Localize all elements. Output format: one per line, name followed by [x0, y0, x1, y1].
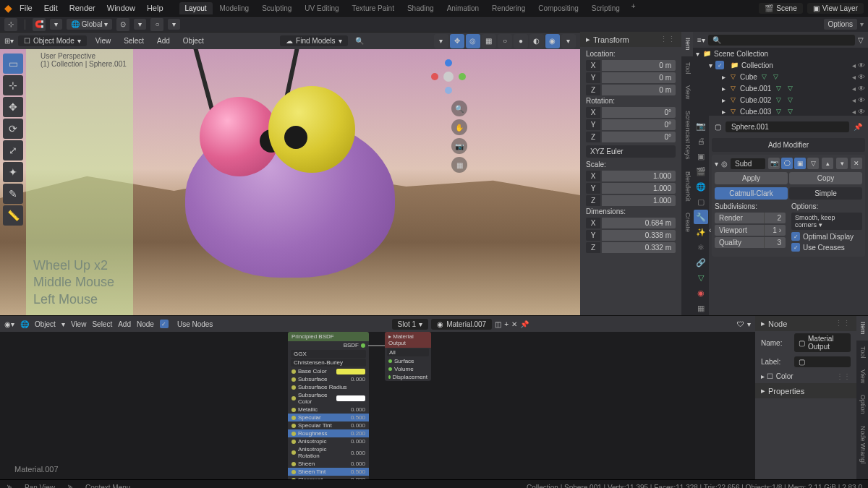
use-creases-checkbox[interactable]: ✓Use Creases: [791, 243, 862, 252]
shader-type-icon[interactable]: 🌐: [20, 320, 29, 328]
pan-icon[interactable]: ✋: [451, 119, 467, 135]
quality-field[interactable]: 3: [764, 237, 786, 248]
mod-viewport-toggle[interactable]: 🖵: [781, 158, 793, 169]
prop-tab-output[interactable]: 🖨: [694, 134, 708, 148]
editor-type-icon[interactable]: ⊞▾: [4, 37, 14, 45]
node-properties-panel[interactable]: ▸ Properties: [755, 383, 856, 398]
node-label-field[interactable]: ▢: [794, 356, 851, 367]
mod-render-toggle[interactable]: 📷: [768, 158, 780, 169]
shader-input-row[interactable]: Clearcoat0.000: [288, 476, 369, 479]
users-icon[interactable]: ◫: [495, 320, 501, 328]
loc-x-field[interactable]: 0 m: [602, 60, 676, 71]
tab-uv[interactable]: UV Editing: [299, 2, 344, 14]
transform-tool[interactable]: ✦: [3, 162, 23, 182]
uv-smooth-dropdown[interactable]: Smooth, keep corners ▾: [791, 213, 862, 230]
shader-input-row[interactable]: Subsurface0.000: [288, 375, 369, 383]
fake-user-icon[interactable]: 🛡: [737, 320, 744, 328]
shading-dropdown[interactable]: ▾: [561, 34, 576, 48]
prop-tab-material[interactable]: ◉: [694, 286, 708, 300]
shader-input-row[interactable]: Subsurface Radius: [288, 383, 369, 391]
node-canvas[interactable]: Principled BSDF BSDF GGX Christensen-Bur…: [0, 332, 755, 479]
ne-menu-add[interactable]: Add: [118, 320, 131, 328]
shader-input-row[interactable]: Anisotropic0.000: [288, 437, 369, 445]
select-tool[interactable]: ▭: [3, 53, 23, 74]
npanel-tab-tool[interactable]: Tool: [681, 56, 693, 80]
npanel-tab-create[interactable]: Create: [681, 207, 693, 238]
vp-menu-object[interactable]: Object: [179, 35, 208, 46]
shader-input-row[interactable]: Specular Tint0.000: [288, 421, 369, 429]
annotate-tool[interactable]: ✎: [3, 184, 23, 204]
vp-menu-view[interactable]: View: [91, 35, 116, 46]
ne-overlay-icon[interactable]: ▾: [747, 320, 751, 328]
vp-menu-select[interactable]: Select: [119, 35, 148, 46]
outliner-item[interactable]: ▸▽Cube▽▽◂👁: [693, 71, 868, 82]
npanel-tab-item[interactable]: Item: [681, 32, 693, 56]
dim-z-field[interactable]: 0.332 m: [602, 242, 676, 253]
search-icon[interactable]: 🔍: [352, 37, 367, 45]
outliner-collection[interactable]: ▾✓📁Collection◂👁: [693, 59, 868, 71]
proportional-dropdown[interactable]: ▾: [168, 19, 180, 30]
subsurf-simple-tab[interactable]: Simple: [789, 187, 862, 200]
ne-menu-select[interactable]: Select: [92, 320, 112, 328]
output-target-dropdown[interactable]: All: [387, 348, 429, 356]
pin-mat-icon[interactable]: 📌: [520, 320, 529, 328]
perspective-icon[interactable]: ▦: [451, 157, 467, 173]
menu-file[interactable]: File: [15, 4, 37, 12]
npanel-tab-view[interactable]: View: [681, 80, 693, 105]
snap-dropdown[interactable]: ▾: [50, 19, 62, 30]
prop-tab-particle[interactable]: ✨: [694, 225, 708, 239]
prop-tab-texture[interactable]: ▦: [694, 301, 708, 315]
tab-compositing[interactable]: Compositing: [532, 2, 584, 14]
rendered-shade-icon[interactable]: ◉: [545, 34, 560, 48]
node-color-panel[interactable]: ▸ ☐ Color⋮⋮: [755, 369, 856, 383]
transform-panel-header[interactable]: ▸ Transform⋮⋮: [580, 32, 681, 47]
tab-sculpting[interactable]: Sculpting: [256, 2, 297, 14]
dim-x-field[interactable]: 0.684 m: [602, 218, 676, 228]
filter-icon[interactable]: ▽: [858, 36, 864, 44]
node-panel-header[interactable]: ▸ Node⋮⋮: [755, 316, 856, 331]
editor-type-icon[interactable]: ◉▾: [4, 320, 14, 328]
material-selector[interactable]: ◉Material.007: [431, 319, 492, 330]
shader-input-row[interactable]: Subsurface Color: [288, 391, 369, 406]
measure-tool[interactable]: 📏: [3, 205, 23, 226]
prop-tab-physics[interactable]: ⚛: [694, 240, 708, 254]
pin-icon[interactable]: 📌: [854, 123, 862, 131]
prop-tab-world[interactable]: 🌐: [694, 179, 708, 194]
shader-input-row[interactable]: Anisotropic Rotation0.000: [288, 445, 369, 460]
rotate-tool[interactable]: ⟳: [3, 119, 23, 139]
pivot-icon[interactable]: ⊙: [116, 18, 129, 31]
tab-rendering[interactable]: Rendering: [486, 2, 531, 14]
find-models-search[interactable]: ☁ Find Models ▾: [280, 35, 347, 46]
camera-icon[interactable]: 📷: [451, 138, 467, 154]
navigation-gizmo[interactable]: [430, 58, 467, 95]
node-name-field[interactable]: ▢Material Output: [794, 333, 851, 352]
orientation-dropdown[interactable]: 🌐 Global ▾: [67, 19, 112, 30]
menu-render[interactable]: Render: [65, 4, 100, 12]
loc-y-field[interactable]: 0 m: [602, 72, 676, 83]
shader-input-row[interactable]: Metallic0.000: [288, 406, 369, 414]
object-name-field[interactable]: Sphere.001: [726, 121, 849, 132]
render-subdivs-field[interactable]: 2: [764, 213, 786, 223]
outliner-item[interactable]: ▸▽Cube.003▽▽◂👁: [693, 106, 868, 116]
prop-tab-object[interactable]: ▢: [694, 194, 708, 209]
outliner-type-icon[interactable]: ≡▾: [697, 36, 705, 44]
matprev-shade-icon[interactable]: ◐: [529, 34, 544, 48]
mode-selector[interactable]: ☐ Object Mode ▾: [18, 35, 87, 46]
scale-z-field[interactable]: 1.000: [602, 195, 676, 206]
modifier-copy-button[interactable]: Copy: [789, 172, 862, 184]
prop-tab-modifier[interactable]: 🔧: [694, 210, 708, 224]
distribution-dropdown[interactable]: GGX: [291, 350, 366, 358]
wireframe-shade-icon[interactable]: ○: [498, 34, 512, 48]
npanel-tab-blenderkit[interactable]: BlenderKit: [681, 166, 693, 207]
prop-tab-viewlayer[interactable]: ▣: [694, 149, 708, 163]
gizmo-toggle-icon[interactable]: ✥: [450, 34, 464, 48]
material-slot-selector[interactable]: Slot 1 ▾: [392, 319, 429, 330]
subsurf-catmull-tab[interactable]: Catmull-Clark: [715, 187, 788, 200]
scale-tool[interactable]: ⤢: [3, 140, 23, 160]
prop-tab-constraint[interactable]: 🔗: [694, 255, 708, 270]
menu-window[interactable]: Window: [103, 4, 140, 12]
outliner-item[interactable]: ▸▽Cube.002▽▽◂👁: [693, 94, 868, 106]
mod-up-icon[interactable]: ▴: [822, 158, 833, 169]
zoom-icon[interactable]: 🔍: [451, 100, 467, 116]
mod-edit-toggle[interactable]: ▣: [794, 158, 806, 169]
